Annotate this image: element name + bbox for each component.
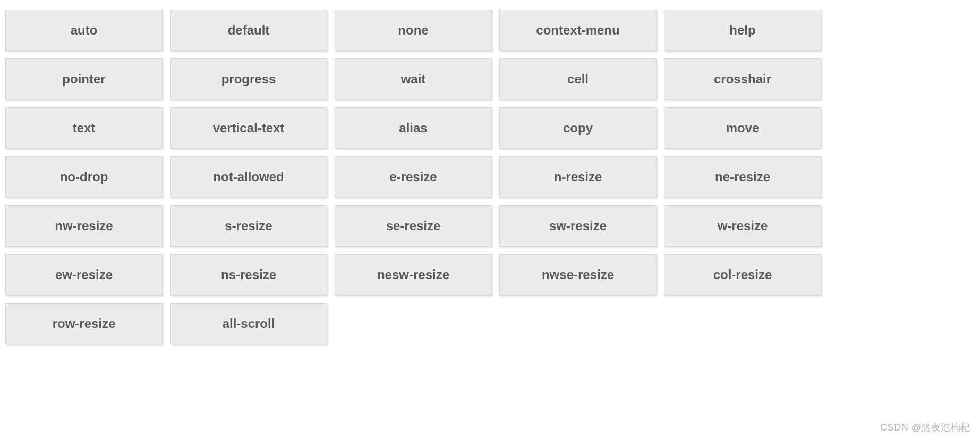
- cursor-cell-progress[interactable]: progress: [170, 58, 327, 100]
- cursor-cell-cell[interactable]: cell: [499, 58, 657, 100]
- cursor-cell-wait[interactable]: wait: [335, 58, 492, 100]
- cursor-cell-nwse-resize[interactable]: nwse-resize: [499, 254, 657, 296]
- cursor-cell-move[interactable]: move: [664, 107, 821, 149]
- cursor-cell-n-resize[interactable]: n-resize: [499, 156, 657, 198]
- cursor-cell-col-resize[interactable]: col-resize: [664, 254, 821, 296]
- cursor-cell-auto[interactable]: auto: [5, 10, 163, 51]
- cursor-cell-text[interactable]: text: [5, 107, 163, 149]
- cursor-cell-row-resize[interactable]: row-resize: [5, 303, 163, 344]
- cursor-cell-w-resize[interactable]: w-resize: [664, 205, 821, 247]
- cursor-cell-nw-resize[interactable]: nw-resize: [5, 205, 163, 247]
- cursor-cell-ns-resize[interactable]: ns-resize: [170, 254, 327, 296]
- cursor-cell-context-menu[interactable]: context-menu: [499, 10, 657, 51]
- cursor-cell-help[interactable]: help: [664, 10, 821, 51]
- cursor-cell-copy[interactable]: copy: [499, 107, 657, 149]
- cursor-cell-s-resize[interactable]: s-resize: [170, 205, 327, 247]
- cursor-cell-ew-resize[interactable]: ew-resize: [5, 254, 163, 296]
- cursor-cell-not-allowed[interactable]: not-allowed: [170, 156, 327, 198]
- cursor-cell-crosshair[interactable]: crosshair: [664, 58, 821, 100]
- cursor-cell-default[interactable]: default: [170, 10, 327, 51]
- cursor-cell-no-drop[interactable]: no-drop: [5, 156, 163, 198]
- cursor-cell-e-resize[interactable]: e-resize: [335, 156, 492, 198]
- cursor-cell-ne-resize[interactable]: ne-resize: [664, 156, 821, 198]
- cursor-cell-sw-resize[interactable]: sw-resize: [499, 205, 657, 247]
- cursor-cell-alias[interactable]: alias: [335, 107, 492, 149]
- cursor-cell-none[interactable]: none: [335, 10, 492, 51]
- cursor-cell-pointer[interactable]: pointer: [5, 58, 163, 100]
- cursor-cell-all-scroll[interactable]: all-scroll: [170, 303, 327, 344]
- cursor-cell-se-resize[interactable]: se-resize: [335, 205, 492, 247]
- cursor-cell-nesw-resize[interactable]: nesw-resize: [335, 254, 492, 296]
- watermark: CSDN @熬夜泡枸杞: [880, 421, 970, 434]
- cursor-grid: autodefaultnonecontext-menuhelppointerpr…: [5, 10, 975, 344]
- cursor-cell-vertical-text[interactable]: vertical-text: [170, 107, 327, 149]
